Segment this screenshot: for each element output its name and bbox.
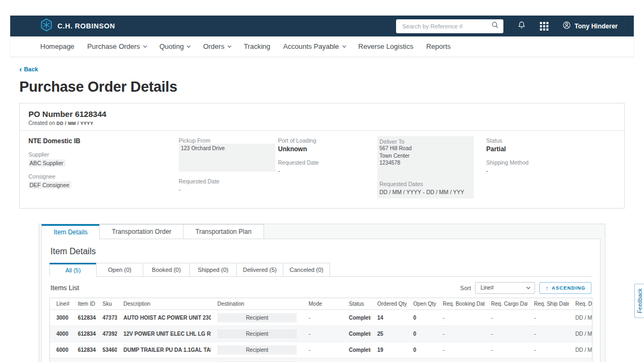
detail-tabs-section: Item Details Transportation Order Transp… <box>39 224 605 362</box>
cell-item-id: 6128344 <box>71 328 96 340</box>
cell-req-cargo-date: - <box>485 328 528 340</box>
nav-item-quoting[interactable]: Quoting <box>159 42 191 50</box>
cell-req-ship-date: - <box>528 312 569 324</box>
chevron-down-icon <box>342 43 346 47</box>
nav-item-homepage[interactable]: Homepage <box>40 42 75 50</box>
port-requested-date-label: Requested Date <box>278 159 377 166</box>
cell-ordered-qty: 14 <box>371 312 407 324</box>
cell-req-booking-date: - <box>436 360 485 362</box>
column-header-destination: Destination <box>211 298 302 309</box>
page-title: Purchase Order Details <box>19 79 625 95</box>
nav-item-purchase-orders[interactable]: Purchase Orders <box>87 42 147 50</box>
shipping-method-value: - <box>486 167 616 174</box>
column-header-status: Status <box>342 298 371 309</box>
column-header-description: Description <box>117 298 211 309</box>
cell-open-qty: 0 <box>407 344 436 356</box>
table-row[interactable]: 3000612834447373AUTO HOIST AC POWER UNIT… <box>50 310 592 326</box>
tab-strip: Item Details Transportation Order Transp… <box>41 224 601 239</box>
chevron-left-icon: ‹ <box>19 67 22 72</box>
cell-open-qty: 0 <box>407 312 436 324</box>
deliver-to-line3: 1234578 <box>379 159 472 167</box>
sort-direction-button[interactable]: ↑ ASCENDING <box>539 282 591 294</box>
cell-destination: Recipient <box>211 310 302 326</box>
cell-destination: Recipient <box>211 358 302 362</box>
subtab-shipped[interactable]: Shipped (0) <box>189 263 237 277</box>
cell-mode: - <box>302 344 342 356</box>
cell-req-ship-date: - <box>528 344 569 356</box>
chevron-down-icon <box>143 43 147 47</box>
search-input[interactable] <box>401 23 491 30</box>
top-navbar: C.H. ROBINSON <box>10 16 634 36</box>
feedback-button[interactable]: Feedback <box>634 284 644 318</box>
column-header-mode: Mode <box>302 298 342 309</box>
cell-item-id: 6128344 <box>71 360 96 362</box>
subtab-canceled[interactable]: Canceled (0) <box>283 263 330 277</box>
subtab-delivered[interactable]: Delivered (5) <box>236 263 283 277</box>
column-header-req-cargo-date: Req. Cargo Date <box>485 298 528 309</box>
column-header-req-booking-date: Req. Booking Date <box>436 298 485 309</box>
tab-item-details[interactable]: Item Details <box>41 224 100 239</box>
pickup-from-label: Pickup From <box>179 137 278 144</box>
table-body: 3000612834447373AUTO HOIST AC POWER UNIT… <box>50 310 592 362</box>
cell-req-delivery-date: DD / MM / YY <box>569 312 592 324</box>
deliver-requested-dates-label: Requested Dates <box>379 181 472 187</box>
sort-label: Sort <box>460 285 471 291</box>
cell-open-qty: 0 <box>407 328 436 340</box>
panel-title: Item Details <box>50 247 592 256</box>
user-avatar-icon <box>562 21 571 31</box>
subtab-all[interactable]: All (5) <box>49 263 97 277</box>
cell-mode: - <box>302 360 342 362</box>
cell-req-ship-date: - <box>528 360 569 362</box>
search-icon[interactable] <box>491 21 499 31</box>
brand[interactable]: C.H. ROBINSON <box>40 18 115 34</box>
tab-transportation-plan[interactable]: Transportation Plan <box>183 224 264 239</box>
table-row[interactable]: 6000612834453460DUMP TRAILER PU DA 1.1GA… <box>50 342 592 358</box>
item-details-panel: Item Details All (5) Open (0) Booked (0)… <box>41 239 601 362</box>
nav-item-tracking[interactable]: Tracking <box>244 42 270 50</box>
cell-mode: - <box>302 312 342 324</box>
subtab-booked[interactable]: Booked (0) <box>143 263 190 277</box>
back-link[interactable]: ‹ Back <box>19 66 38 72</box>
deliver-to-block: Deliver To 567 Hill Road Town Center 123… <box>377 136 474 198</box>
sort-select[interactable]: Line# <box>475 282 535 294</box>
column-header-req-delivery-date: Req. Delivery Date <box>569 298 592 309</box>
consignee-value: DEF Consignee <box>28 181 179 189</box>
cell-line: 4000 <box>50 328 71 340</box>
tab-transportation-order[interactable]: Transportation Order <box>99 224 184 239</box>
cell-sku: 53460 <box>96 344 117 356</box>
subtab-open[interactable]: Open (0) <box>96 263 143 277</box>
cell-req-booking-date: - <box>436 312 485 324</box>
column-header-sku: Sku <box>96 298 117 309</box>
cell-req-delivery-date: DD / MM / YY <box>569 328 592 340</box>
nav-item-accounts-payable[interactable]: Accounts Payable <box>283 42 346 50</box>
table-header-row: Line# Item ID Sku Description Destinatio… <box>50 298 592 310</box>
apps-grid-icon[interactable] <box>540 22 548 31</box>
supplier-label: Supplier <box>28 151 179 158</box>
supplier-value: ABC Supplier <box>28 159 179 167</box>
status-value: Partial <box>486 145 616 153</box>
cell-ordered-qty: 25 <box>371 328 407 340</box>
nav-item-reports[interactable]: Reports <box>426 42 451 50</box>
table-row[interactable]: 400061283444739212V POWER UNIT ELEC LHL … <box>50 326 592 342</box>
notifications-bell-icon[interactable] <box>517 20 526 32</box>
cell-req-cargo-date: - <box>485 312 528 324</box>
port-of-loading-label: Port of Loading <box>278 137 377 144</box>
table-row[interactable]: 8000612834453453INDUST PU 230/460V 2320P… <box>50 358 592 362</box>
po-summary-card: PO Number 6128344 Created on DD / MM / Y… <box>19 103 625 209</box>
column-header-ordered-qty: Ordered Qty <box>371 298 407 309</box>
chevron-down-icon <box>187 43 191 47</box>
port-of-loading-value: Unknown <box>278 145 377 153</box>
chrobinson-logo-icon <box>40 18 53 34</box>
column-header-item-id: Item ID <box>71 298 96 309</box>
nav-item-orders[interactable]: Orders <box>203 42 231 50</box>
cell-req-booking-date: - <box>436 344 485 356</box>
deliver-requested-dates-value: DD / MM / YYYY - DD / MM / YYY <box>379 189 472 195</box>
user-menu[interactable]: Tony Hinderer <box>562 21 618 31</box>
nav-item-reverse-logistics[interactable]: Reverse Logistics <box>358 42 414 50</box>
port-requested-date-value: - <box>278 167 377 174</box>
cell-open-qty: 0 <box>407 360 436 362</box>
cell-req-cargo-date: - <box>485 360 528 362</box>
deliver-to-label: Deliver To <box>379 138 472 145</box>
consignee-label: Consignee <box>28 173 179 180</box>
cell-req-cargo-date: - <box>485 344 528 356</box>
